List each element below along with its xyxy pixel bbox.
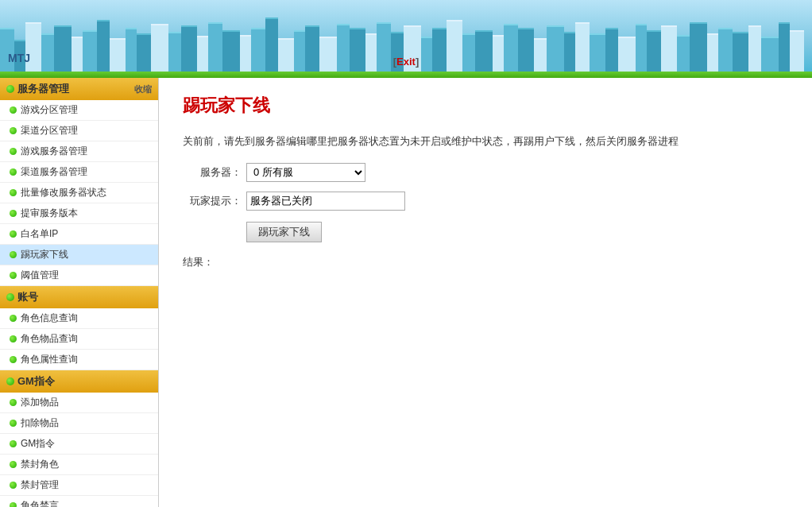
item-dot	[10, 272, 17, 279]
item-dot	[10, 230, 17, 238]
item-dot	[10, 420, 17, 427]
item-dot	[10, 399, 17, 406]
section-label-account: 账号	[17, 290, 38, 304]
item-dot	[10, 440, 17, 447]
logo: MTJ	[8, 52, 30, 64]
item-dot	[10, 356, 17, 363]
sidebar-item-role-mute[interactable]: 角色禁言	[0, 496, 158, 507]
item-dot	[10, 106, 17, 114]
section-dot	[6, 85, 14, 93]
sidebar-section-account[interactable]: 账号	[0, 286, 158, 308]
sidebar-item-ban-role[interactable]: 禁封角色	[0, 455, 158, 475]
sidebar-item-deduct-item[interactable]: 扣除物品	[0, 413, 158, 434]
sidebar-section-server-management[interactable]: 服务器管理 收缩	[0, 78, 158, 100]
item-dot	[10, 210, 17, 217]
sidebar-section-gm-command[interactable]: GM指令	[0, 370, 158, 393]
item-dot	[10, 148, 17, 155]
section-label-server: 服务器管理	[17, 82, 69, 96]
server-select-row: 服务器： 0 所有服	[183, 163, 788, 182]
sidebar-item-kick-player[interactable]: 踢玩家下线	[0, 245, 158, 265]
item-dot	[10, 502, 17, 507]
sidebar-item-channel-zone[interactable]: 渠道分区管理	[0, 121, 158, 141]
collapse-button[interactable]: 收缩	[134, 83, 152, 95]
notice-text: 关前前，请先到服务器编辑哪里把服务器状态置为未开启或维护中状态，再踢用户下线，然…	[183, 134, 788, 150]
item-dot	[10, 127, 17, 134]
server-select[interactable]: 0 所有服	[246, 163, 365, 182]
item-dot	[10, 335, 17, 343]
result-row: 结果：	[183, 255, 788, 269]
item-dot	[10, 315, 17, 322]
item-dot	[10, 189, 17, 196]
item-dot	[10, 461, 17, 468]
sidebar-item-submit-version[interactable]: 提审服务版本	[0, 203, 158, 224]
header-banner: MTJ [Exit]	[0, 0, 812, 72]
item-dot	[10, 482, 17, 489]
server-label: 服务器：	[183, 165, 246, 180]
sidebar-item-game-server[interactable]: 游戏服务器管理	[0, 141, 158, 162]
sidebar-item-role-items[interactable]: 角色物品查询	[0, 329, 158, 350]
main-layout: 服务器管理 收缩 游戏分区管理 渠道分区管理 游戏服务器管理 渠道服务器管理 批…	[0, 78, 812, 507]
sidebar-item-gm-cmd[interactable]: GM指令	[0, 434, 158, 455]
kick-button-row: 踢玩家下线	[183, 220, 788, 242]
sidebar-item-ban-mgmt[interactable]: 禁封管理	[0, 475, 158, 496]
kick-button[interactable]: 踢玩家下线	[246, 222, 322, 242]
sidebar-item-role-info[interactable]: 角色信息查询	[0, 308, 158, 329]
player-hint-row: 玩家提示：	[183, 192, 788, 211]
section-dot	[6, 377, 14, 385]
section-label-gm: GM指令	[17, 374, 55, 389]
item-dot	[10, 168, 17, 176]
sidebar: 服务器管理 收缩 游戏分区管理 渠道分区管理 游戏服务器管理 渠道服务器管理 批…	[0, 78, 159, 507]
sidebar-item-add-item[interactable]: 添加物品	[0, 393, 158, 413]
green-bar	[0, 72, 812, 78]
section-dot	[6, 293, 14, 301]
exit-button[interactable]: [Exit]	[393, 56, 420, 68]
result-label: 结果：	[183, 255, 214, 269]
sidebar-item-channel-server[interactable]: 渠道服务器管理	[0, 162, 158, 183]
content-area: 踢玩家下线 关前前，请先到服务器编辑哪里把服务器状态置为未开启或维护中状态，再踢…	[159, 78, 812, 507]
sidebar-item-whitelist-ip[interactable]: 白名单IP	[0, 224, 158, 245]
sidebar-item-game-zone[interactable]: 游戏分区管理	[0, 100, 158, 121]
sidebar-item-threshold[interactable]: 阈值管理	[0, 265, 158, 286]
item-dot	[10, 251, 17, 258]
sidebar-item-role-attr[interactable]: 角色属性查询	[0, 350, 158, 370]
page-title: 踢玩家下线	[183, 94, 788, 118]
player-hint-label: 玩家提示：	[183, 194, 246, 208]
player-hint-input[interactable]	[246, 192, 405, 211]
sidebar-item-batch-modify[interactable]: 批量修改服务器状态	[0, 183, 158, 203]
